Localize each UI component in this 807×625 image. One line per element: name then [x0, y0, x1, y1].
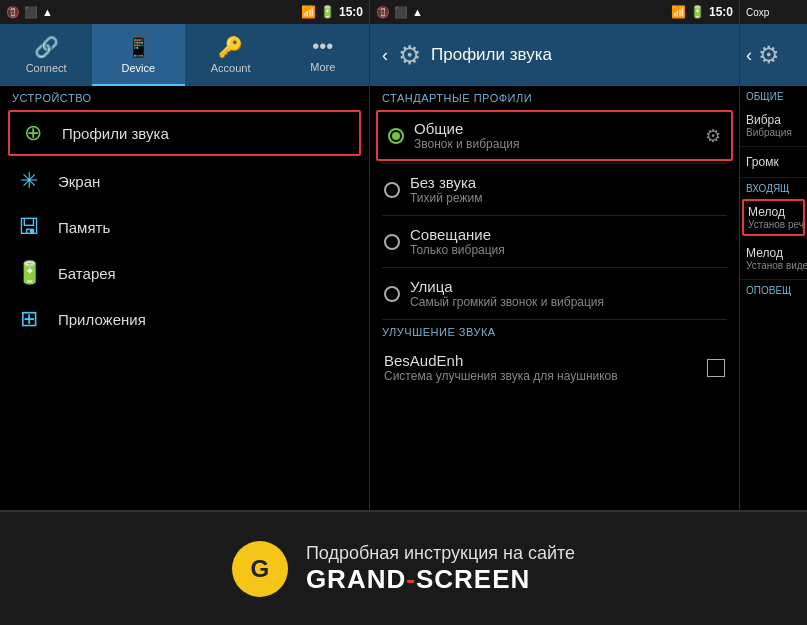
- brand-part2: SCREEN: [416, 564, 530, 594]
- profile-general-name: Общие: [414, 120, 695, 137]
- bottom-banner: G Подробная инструкция на сайте GRAND-SC…: [0, 510, 807, 625]
- memory-icon: 🖫: [14, 214, 44, 240]
- enhancement-item[interactable]: BesAudEnh Система улучшения звука для на…: [370, 342, 739, 393]
- panel-sound-profiles: 📵 ⬛ ▲ 📶 🔋 15:0 ‹ ⚙ Профили звука СТАНДАР…: [370, 0, 740, 510]
- panel3-notice-label: ОПОВЕЩ: [740, 280, 807, 299]
- status-right-2: 📶 🔋 15:0: [671, 5, 733, 19]
- signal-icon: ▲: [42, 6, 53, 18]
- tab-more-label: More: [310, 61, 335, 73]
- profile-street[interactable]: Улица Самый громкий звонок и вибрация: [370, 268, 739, 319]
- panel3-incoming-label: ВХОДЯЩ: [740, 178, 807, 197]
- profile-street-texts: Улица Самый громкий звонок и вибрация: [410, 278, 725, 309]
- apps-icon: ⊞: [14, 306, 44, 332]
- tab-more[interactable]: ••• More: [277, 24, 369, 86]
- panel3-melody2[interactable]: Мелод Установ видеов: [740, 238, 807, 280]
- menu-item-apps[interactable]: ⊞ Приложения: [0, 296, 369, 342]
- radio-silent: [384, 182, 400, 198]
- more-icon: •••: [312, 35, 333, 58]
- menu-item-apps-label: Приложения: [58, 311, 146, 328]
- menu-item-battery[interactable]: 🔋 Батарея: [0, 250, 369, 296]
- profile-general[interactable]: Общие Звонок и вибрация ⚙: [376, 110, 733, 161]
- profile-street-name: Улица: [410, 278, 725, 295]
- panel3-vibra[interactable]: Вибра Вибрация: [740, 105, 807, 147]
- brand-part1: GRAND: [306, 564, 406, 594]
- profile-meeting-name: Совещание: [410, 226, 725, 243]
- screen-icon: ✳: [14, 168, 44, 194]
- panel-profile-settings: Сохр ‹ ⚙ ОБЩИЕ Вибра Вибрация Громк ВХОД…: [740, 0, 807, 510]
- tab-device-label: Device: [122, 62, 156, 74]
- status-icons-left-2: 📵 ⬛ ▲: [376, 6, 423, 19]
- panel3-vibra-sub: Вибрация: [746, 127, 801, 138]
- panel2-header: ‹ ⚙ Профили звука: [370, 24, 739, 86]
- account-icon: 🔑: [218, 35, 243, 59]
- signal-bars: 📶: [301, 5, 316, 19]
- status-right-3: Сохр: [746, 7, 769, 18]
- signal-icon-2: ▲: [412, 6, 423, 18]
- settings-icon-2: ⚙: [398, 40, 421, 71]
- profile-silent-name: Без звука: [410, 174, 725, 191]
- settings-icon-3: ⚙: [758, 41, 780, 69]
- menu-item-screen-label: Экран: [58, 173, 100, 190]
- screenshot-icon-2: ⬛: [394, 6, 408, 19]
- panel3-volume-name: Громк: [746, 155, 801, 169]
- panel3-melody2-sub: Установ видеов: [746, 260, 801, 271]
- enhancement-checkbox[interactable]: [707, 359, 725, 377]
- panel3-melody1-name: Мелод: [748, 205, 799, 219]
- panel3-melody1-sub: Установ речевых: [748, 219, 799, 230]
- banner-text: Подробная инструкция на сайте GRAND-SCRE…: [306, 543, 575, 595]
- panel3-volume[interactable]: Громк: [740, 147, 807, 178]
- section-label-device: УСТРОЙСТВО: [0, 86, 369, 108]
- notification-icon: 📵: [6, 6, 20, 19]
- screenshot-icon: ⬛: [24, 6, 38, 19]
- profile-meeting-sub: Только вибрация: [410, 243, 725, 257]
- connect-icon: 🔗: [34, 35, 59, 59]
- panel3-vibra-name: Вибра: [746, 113, 801, 127]
- banner-tagline: Подробная инструкция на сайте: [306, 543, 575, 564]
- wifi-icon: 🔋: [320, 5, 335, 19]
- back-arrow-3[interactable]: ‹: [746, 45, 752, 66]
- nav-tabs: 🔗 Connect 📱 Device 🔑 Account ••• More: [0, 24, 369, 86]
- status-bar-2: 📵 ⬛ ▲ 📶 🔋 15:0: [370, 0, 739, 24]
- notif-icon-2: 📵: [376, 6, 390, 19]
- tab-connect[interactable]: 🔗 Connect: [0, 24, 92, 86]
- menu-item-sound[interactable]: ⊕ Профили звука: [8, 110, 361, 156]
- battery-icon: 🔋: [14, 260, 44, 286]
- tab-device[interactable]: 📱 Device: [92, 24, 184, 86]
- banner-brand: GRAND-SCREEN: [306, 564, 575, 595]
- status-bar-3: Сохр: [740, 0, 807, 24]
- enhancement-texts: BesAudEnh Система улучшения звука для на…: [384, 352, 697, 383]
- back-arrow-2[interactable]: ‹: [382, 45, 388, 66]
- device-icon: 📱: [126, 35, 151, 59]
- radio-general: [388, 128, 404, 144]
- save-label: Сохр: [746, 7, 769, 18]
- menu-item-battery-label: Батарея: [58, 265, 116, 282]
- enhancement-label: УЛУЧШЕНИЕ ЗВУКА: [370, 320, 739, 342]
- enhancement-sub: Система улучшения звука для наушников: [384, 369, 697, 383]
- panel3-melody2-name: Мелод: [746, 246, 801, 260]
- clock-2: 15:0: [709, 5, 733, 19]
- tab-account-label: Account: [211, 62, 251, 74]
- profile-silent[interactable]: Без звука Тихий режим: [370, 164, 739, 215]
- menu-item-memory-label: Память: [58, 219, 110, 236]
- tab-account[interactable]: 🔑 Account: [185, 24, 277, 86]
- panel-device: 📵 ⬛ ▲ 📶 🔋 15:0 🔗 Connect 📱 Device 🔑: [0, 0, 370, 510]
- menu-item-sound-label: Профили звука: [62, 125, 169, 142]
- panel2-title: Профили звука: [431, 45, 552, 65]
- panel3-header: ‹ ⚙: [740, 24, 807, 86]
- brand-dash: -: [406, 564, 416, 594]
- profile-general-sub: Звонок и вибрация: [414, 137, 695, 151]
- menu-item-screen[interactable]: ✳ Экран: [0, 158, 369, 204]
- logo-letter: G: [251, 555, 270, 583]
- profile-meeting-texts: Совещание Только вибрация: [410, 226, 725, 257]
- status-bar-1: 📵 ⬛ ▲ 📶 🔋 15:0: [0, 0, 369, 24]
- clock: 15:0: [339, 5, 363, 19]
- gear-icon-general[interactable]: ⚙: [705, 125, 721, 147]
- radio-street: [384, 286, 400, 302]
- sound-profile-icon: ⊕: [18, 120, 48, 146]
- enhancement-name: BesAudEnh: [384, 352, 697, 369]
- panel3-melody1[interactable]: Мелод Установ речевых: [742, 199, 805, 236]
- profile-street-sub: Самый громкий звонок и вибрация: [410, 295, 725, 309]
- battery-2: 🔋: [690, 5, 705, 19]
- menu-item-memory[interactable]: 🖫 Память: [0, 204, 369, 250]
- profile-meeting[interactable]: Совещание Только вибрация: [370, 216, 739, 267]
